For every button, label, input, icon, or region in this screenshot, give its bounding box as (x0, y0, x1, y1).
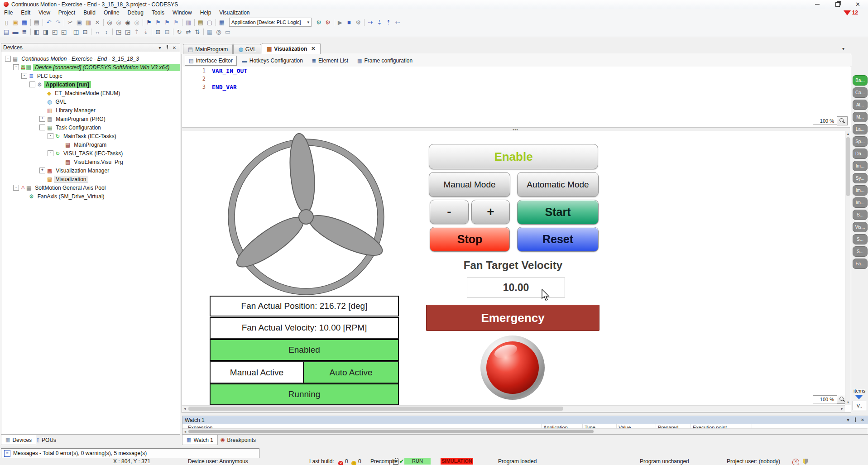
align-top-icon[interactable]: ◰ (50, 28, 59, 36)
zoom-level[interactable]: 100 % (813, 395, 837, 403)
subtab[interactable]: ▤ Interface Editor (185, 56, 237, 66)
tree-item[interactable]: ◆ ET_MachineMode (ENUM) (1, 89, 180, 97)
separator[interactable]: | (203, 29, 204, 35)
active-application-combo[interactable]: Application [Device: PLC Logic] ▾ (229, 18, 312, 27)
scale-icon[interactable]: ▭ (223, 28, 232, 36)
toolbox-category-tab[interactable]: Im... (853, 161, 868, 171)
rotate-icon[interactable]: ↻ (175, 28, 184, 36)
send-backward-icon[interactable]: ⇣ (141, 28, 150, 36)
pin-icon[interactable] (163, 45, 171, 50)
restore-button[interactable] (827, 0, 848, 9)
interface-editor-icon[interactable]: ▤ (2, 28, 11, 36)
menu-item[interactable]: Debug (124, 9, 148, 17)
watch-horizontal-scrollbar[interactable]: ◄ (182, 428, 868, 434)
separator[interactable]: | (194, 19, 195, 26)
tree-expander[interactable]: + (39, 168, 45, 173)
close-button[interactable]: ✕ (848, 0, 868, 9)
tree-item[interactable]: - ⚠ ▦ Device [connected] (CODESYS SoftMo… (1, 63, 180, 72)
grid-icon[interactable]: ▦ (205, 28, 214, 36)
tree-item[interactable]: - ⚠ ▦ SoftMotion General Axis Pool (1, 183, 180, 192)
group-icon[interactable]: ⊞ (153, 28, 163, 36)
tab-list-dropdown-icon[interactable]: ▾ (842, 46, 844, 51)
align-bottom-icon[interactable]: ◱ (59, 28, 68, 36)
menu-item[interactable]: View (34, 9, 54, 17)
enable-button[interactable]: Enable (429, 144, 598, 169)
tree-item[interactable]: ◍ GVL (1, 97, 180, 106)
tree-expander[interactable]: - (48, 150, 53, 156)
tree-expander[interactable]: - (13, 185, 19, 191)
find-next-icon[interactable]: ◉ (123, 18, 132, 26)
start-icon[interactable]: ▶ (336, 18, 345, 26)
toolbox-category-tab[interactable]: Sy... (853, 173, 868, 183)
splitter-grip[interactable]: ●●● (504, 127, 527, 131)
subtab[interactable]: ≣ Element List (308, 56, 352, 65)
bookmark-prev-icon[interactable]: ⚑ (153, 18, 163, 26)
manual-mode-button[interactable]: Manual Mode (429, 172, 510, 197)
start-button[interactable]: Start (517, 200, 599, 225)
toolbox-category-tab[interactable]: S... (853, 210, 868, 220)
separator[interactable]: | (182, 19, 182, 26)
tree-item[interactable]: - ▦ Task Configuration (1, 123, 180, 132)
same-height-icon[interactable]: ↕ (102, 28, 111, 36)
magnifier-icon[interactable] (837, 395, 845, 404)
new-file-icon[interactable]: ▯ (2, 18, 11, 26)
paste-icon[interactable]: ▥ (84, 18, 93, 26)
menu-item[interactable]: Online (100, 9, 124, 17)
tree-item[interactable]: - ↻ MainTask (IEC-Tasks) (1, 132, 180, 140)
menu-item[interactable]: Help (196, 9, 216, 17)
zoom-selection-icon[interactable]: ◎ (214, 28, 223, 36)
document-tab[interactable]: ▤ MainProgram (183, 44, 233, 54)
toolbox-category-tab[interactable]: S... (853, 246, 868, 257)
tree-item[interactable]: - ▤ Continuous Motion - Exercise - End -… (1, 54, 180, 63)
panel-menu-icon[interactable]: ▾ (156, 45, 163, 50)
horizontal-scrollbar[interactable]: ◄ ► (182, 405, 845, 412)
menu-item[interactable]: Window (168, 9, 196, 17)
redo-icon[interactable]: ↷ (53, 18, 62, 26)
tab-close-icon[interactable]: ✕ (311, 46, 315, 52)
separator[interactable]: | (70, 29, 70, 35)
devices-view-tab[interactable]: ▦ Devices (1, 435, 36, 445)
toolbox-category-tab[interactable]: Fa... (853, 259, 868, 269)
scrollbar-thumb[interactable] (846, 137, 850, 196)
open-file-icon[interactable]: ▣ (11, 18, 20, 26)
logout-icon[interactable]: ⚙ (323, 18, 332, 26)
separator[interactable]: | (64, 19, 64, 26)
separator[interactable]: | (30, 19, 31, 26)
flip-vertical-icon[interactable]: ⇅ (193, 28, 202, 36)
separator[interactable]: | (143, 19, 143, 26)
bookmark-next-icon[interactable]: ⚑ (163, 18, 172, 26)
separator[interactable]: | (173, 29, 173, 35)
align-right-icon[interactable]: ◨ (41, 28, 50, 36)
scroll-left-icon[interactable]: ◄ (182, 429, 188, 435)
tree-item[interactable]: + ▩ Visualization Manager (1, 166, 180, 175)
project-settings-icon[interactable]: ▢ (205, 18, 214, 26)
flip-horizontal-icon[interactable]: ⇄ (184, 28, 193, 36)
bring-forward-icon[interactable]: ⇡ (132, 28, 141, 36)
tree-item[interactable]: ▤ VisuElems.Visu_Prg (1, 158, 180, 166)
menu-item[interactable]: Build (79, 9, 100, 17)
tree-expander[interactable]: - (21, 73, 27, 79)
document-tab[interactable]: ◍ GVL (233, 44, 261, 54)
emergency-button[interactable]: Emergency (426, 305, 599, 331)
build-icon[interactable]: ▤ (196, 18, 205, 26)
scroll-up-icon[interactable]: ▲ (845, 131, 851, 137)
step-out-icon[interactable]: ⇡ (384, 18, 393, 26)
separator[interactable]: | (30, 29, 31, 35)
pous-view-tab[interactable]: ▯ POUs (33, 435, 60, 445)
tree-expander[interactable]: - (48, 133, 53, 139)
watch-view-tab[interactable]: ▦ Watch 1 (182, 435, 218, 445)
step-into-icon[interactable]: ⇣ (375, 18, 384, 26)
bookmark-icon[interactable]: ⚑ (144, 18, 153, 26)
bring-front-icon[interactable]: ◳ (114, 28, 123, 36)
toolbox-category-tab[interactable]: Al... (853, 100, 868, 110)
bookmark-clear-icon[interactable]: ⚑ (172, 18, 181, 26)
menu-item[interactable]: Tools (148, 9, 168, 17)
toolbox-category-tab[interactable]: Sp... (853, 136, 868, 147)
panel-close-icon[interactable]: ✕ (859, 417, 866, 422)
center-vertical-icon[interactable]: ⊟ (81, 28, 90, 36)
tree-item[interactable]: ⚙ FanAxis (SM_Drive_Virtual) (1, 192, 180, 201)
send-back-icon[interactable]: ◲ (123, 28, 132, 36)
tools-icon[interactable]: ⚙ (354, 18, 363, 26)
toolbox-category-tab[interactable]: Ba... (853, 75, 868, 86)
tree-item[interactable]: - ↻ VISU_TASK (IEC-Tasks) (1, 149, 180, 158)
